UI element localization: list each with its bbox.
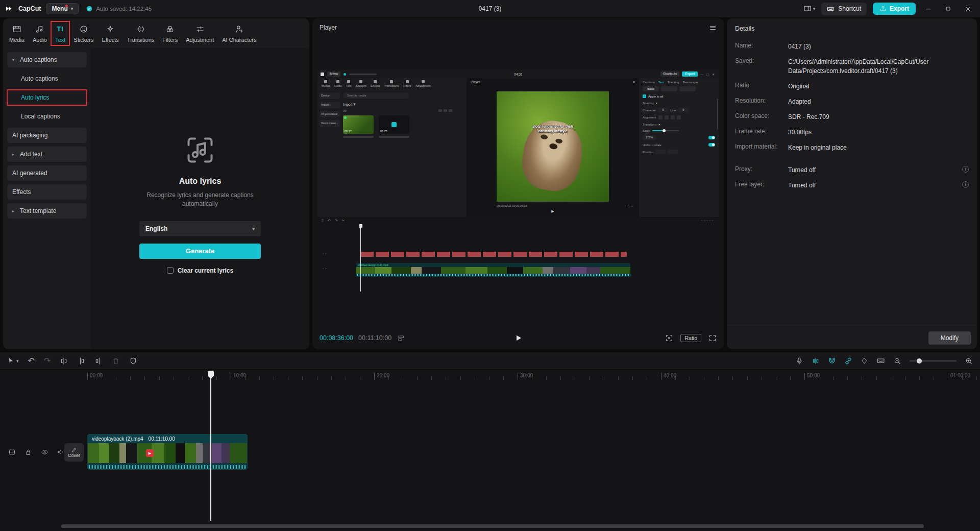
sidebar-item-ai-generated[interactable]: AI generated xyxy=(7,165,87,181)
preview-uniform-scale-row: Uniform scale xyxy=(643,143,715,147)
modify-button[interactable]: Modify xyxy=(928,331,971,345)
menu-button[interactable]: Menu ▾ xyxy=(46,3,79,14)
sidebar-group-auto-captions[interactable]: ▾ Auto captions xyxy=(7,52,87,67)
total-duration: 00:11:10:00 xyxy=(358,334,391,342)
tab-stickers[interactable]: Stickers xyxy=(69,22,97,45)
preview-axis-icon[interactable] xyxy=(812,357,820,365)
preview-thumbnail-video: 00:17 xyxy=(343,115,374,134)
sidebar-item-auto-lyrics[interactable]: Auto lyrics xyxy=(7,90,87,105)
cover-button[interactable]: Cover xyxy=(64,443,84,462)
preview-properties-panel: Captions Text Tracking Text-to-spe Basic… xyxy=(639,78,719,217)
play-button[interactable] xyxy=(513,333,523,343)
track-menu-icon[interactable] xyxy=(8,448,16,456)
focus-icon[interactable] xyxy=(665,334,673,342)
chevron-down-icon: ▾ xyxy=(71,6,74,11)
select-tool-button[interactable]: ▾ xyxy=(7,357,19,365)
shortcut-button[interactable]: Shortcut xyxy=(821,3,867,15)
sidebar-item-local-captions[interactable]: Local captions xyxy=(7,109,87,124)
shortcut-label: Shortcut xyxy=(838,5,861,12)
trim-left-icon[interactable] xyxy=(77,357,85,365)
frames-view-icon[interactable] xyxy=(398,334,405,342)
playhead[interactable] xyxy=(208,371,214,521)
language-select[interactable]: English ▾ xyxy=(139,221,261,236)
sidebar-item-ai-packaging[interactable]: AI packaging xyxy=(7,128,87,143)
tab-transitions[interactable]: Transitions xyxy=(123,22,158,45)
clip-name: videoplayback (2).mp4 xyxy=(92,436,143,442)
trim-right-icon[interactable] xyxy=(94,357,103,365)
sidebar-item-auto-captions[interactable]: Auto captions xyxy=(7,71,87,86)
zoom-out-icon[interactable] xyxy=(893,357,901,365)
timeline-ruler[interactable]: 00:00 10:00 20:00 30:00 40:00 50:00 01:0… xyxy=(0,370,980,383)
tab-adjustment[interactable]: Adjustment xyxy=(182,22,218,45)
detail-row-frame-rate: Frame rate: 30.00fps xyxy=(735,128,969,137)
preview-tab: Filters xyxy=(403,80,411,87)
mic-icon[interactable] xyxy=(795,357,803,365)
preview-timeline-toolbar: ▯↶↷✂ ▫▫▫▫▫ xyxy=(317,217,719,224)
text-sidebar: ▾ Auto captions Auto captions Auto lyric… xyxy=(3,48,91,349)
ruler-label: 20:00 xyxy=(374,373,389,378)
horizontal-scrollbar[interactable] xyxy=(61,524,924,528)
preview-sidebar-item: AI generated xyxy=(320,111,340,117)
app-name: CapCut xyxy=(18,5,41,12)
preview-thumb-name xyxy=(343,136,374,138)
delete-icon[interactable] xyxy=(112,357,120,365)
sidebar-item-label: Auto lyrics xyxy=(21,94,49,101)
redo-icon[interactable]: ↷ xyxy=(44,356,51,366)
export-button[interactable]: Export xyxy=(873,3,916,15)
generate-button[interactable]: Generate xyxy=(139,244,261,259)
fullscreen-icon[interactable] xyxy=(708,334,717,342)
preview-thumb-name xyxy=(379,136,409,138)
zoom-slider[interactable] xyxy=(910,360,957,361)
preview-player-area: Player ≡ slots renowned for their natura… xyxy=(467,78,639,217)
ratio-button[interactable]: Ratio xyxy=(680,334,701,342)
close-button[interactable] xyxy=(961,6,975,12)
tab-media[interactable]: Media xyxy=(5,22,29,45)
preview-export-button: Export xyxy=(682,71,698,77)
player-preview[interactable]: Menu 0416 Shortcuts Export — ▢ ✕ Media A… xyxy=(317,70,719,294)
minimize-button[interactable] xyxy=(922,6,936,12)
zoom-slider-knob[interactable] xyxy=(917,358,922,364)
sticker-icon xyxy=(79,24,88,34)
tab-text[interactable]: TI Text xyxy=(51,22,69,45)
info-icon[interactable]: i xyxy=(962,181,969,188)
keyboard-icon[interactable] xyxy=(876,356,885,365)
player-controls: 00:08:36:00 00:11:10:00 Ratio xyxy=(312,327,724,349)
detail-row-free-layer: Free layer: Turned off i xyxy=(735,181,969,190)
auto-lyrics-title: Auto lyrics xyxy=(179,177,222,186)
sidebar-item-label: Effects xyxy=(12,188,31,196)
sidebar-group-text-template[interactable]: ▸ Text template xyxy=(7,203,87,219)
info-icon[interactable]: i xyxy=(962,166,969,173)
linkage-icon[interactable] xyxy=(844,357,852,365)
preview-window-title: 0416 xyxy=(317,73,719,76)
sidebar-group-add-text[interactable]: ▸ Add text xyxy=(7,147,87,162)
preview-sidebar-item: Device xyxy=(320,92,340,99)
preview-timecode: 00:00:00:21 00:00:36:15 xyxy=(497,204,527,207)
clear-lyrics-checkbox[interactable] xyxy=(167,267,174,274)
speaker-icon[interactable] xyxy=(57,448,65,456)
sidebar-item-label: AI generated xyxy=(12,170,47,177)
tab-filters[interactable]: Filters xyxy=(158,22,182,45)
maximize-button[interactable] xyxy=(942,6,955,12)
player-menu-icon[interactable] xyxy=(709,24,717,32)
keyframe-icon[interactable] xyxy=(861,357,868,365)
preview-caption-text: slots renowned for their naturally lifes… xyxy=(497,124,609,134)
sidebar-item-effects[interactable]: Effects xyxy=(7,184,87,200)
snapping-icon[interactable] xyxy=(828,357,836,365)
layout-switch-button[interactable]: ▾ xyxy=(803,5,816,13)
preview-track-icons: ▫▫ xyxy=(323,252,328,255)
capcut-logo-icon xyxy=(5,5,13,13)
undo-icon[interactable]: ↶ xyxy=(28,356,35,366)
preview-filter-row: All xyxy=(343,109,452,112)
tab-audio[interactable]: Audio xyxy=(29,22,51,45)
tab-ai-characters[interactable]: AI Characters xyxy=(218,22,260,45)
lock-icon[interactable] xyxy=(24,448,32,456)
ruler-label: 10:00 xyxy=(231,373,246,378)
mask-icon[interactable] xyxy=(129,357,137,365)
tab-effects[interactable]: Effects xyxy=(97,22,122,45)
zoom-in-icon[interactable] xyxy=(965,357,973,365)
eye-icon[interactable] xyxy=(41,448,48,456)
preview-toggle-on xyxy=(708,143,715,147)
timeline-clip[interactable]: videoplayback (2).mp4 00:11:10.00 ▶ xyxy=(87,434,248,470)
split-icon[interactable] xyxy=(60,357,68,365)
player-header: Player xyxy=(312,18,724,37)
